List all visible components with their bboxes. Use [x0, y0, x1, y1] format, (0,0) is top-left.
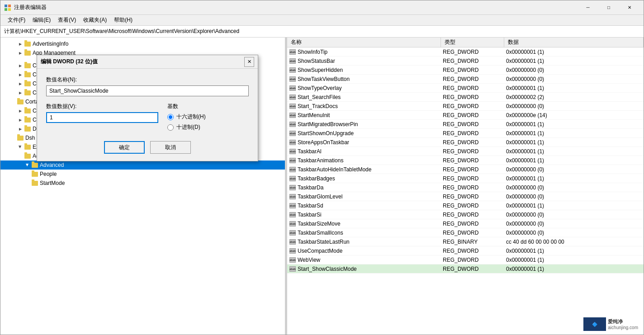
ok-button[interactable]: 确定: [104, 141, 145, 154]
dialog-title-bar: 编辑 DWORD (32 位)值 ✕: [37, 55, 258, 69]
dialog-overlay: 编辑 DWORD (32 位)值 ✕ 数值名称(N): 数值数据(V):: [0, 0, 644, 335]
name-field-group: 数值名称(N):: [46, 76, 249, 96]
value-label: 数值数据(V):: [46, 103, 158, 110]
hex-radio-option[interactable]: 十六进制(H): [167, 113, 249, 121]
value-base-row: 数值数据(V): 基数 十六进制(H) 十进制(D): [46, 103, 249, 134]
main-window: 注册表编辑器 ─ □ ✕ 文件(F) 编辑(E) 查看(V) 收藏夹(A) 帮助…: [0, 0, 644, 335]
dialog-close-button[interactable]: ✕: [244, 57, 254, 67]
dec-label: 十进制(D): [176, 123, 200, 131]
name-label: 数值名称(N):: [46, 76, 249, 84]
hex-radio[interactable]: [167, 114, 174, 120]
dialog-title: 编辑 DWORD (32 位)值: [41, 58, 244, 66]
dialog-buttons: 确定 取消: [46, 141, 249, 154]
value-field-group: 数值数据(V):: [46, 103, 158, 134]
base-group: 基数 十六进制(H) 十进制(D): [167, 103, 249, 134]
value-input[interactable]: [46, 112, 158, 123]
dec-radio-option[interactable]: 十进制(D): [167, 123, 249, 131]
dec-radio[interactable]: [167, 124, 174, 131]
cancel-button[interactable]: 取消: [150, 141, 191, 154]
name-input[interactable]: [46, 85, 249, 96]
base-title: 基数: [167, 103, 249, 110]
edit-dword-dialog: 编辑 DWORD (32 位)值 ✕ 数值名称(N): 数值数据(V):: [37, 55, 258, 161]
dialog-content: 数值名称(N): 数值数据(V): 基数: [37, 69, 258, 161]
hex-label: 十六进制(H): [176, 113, 206, 121]
